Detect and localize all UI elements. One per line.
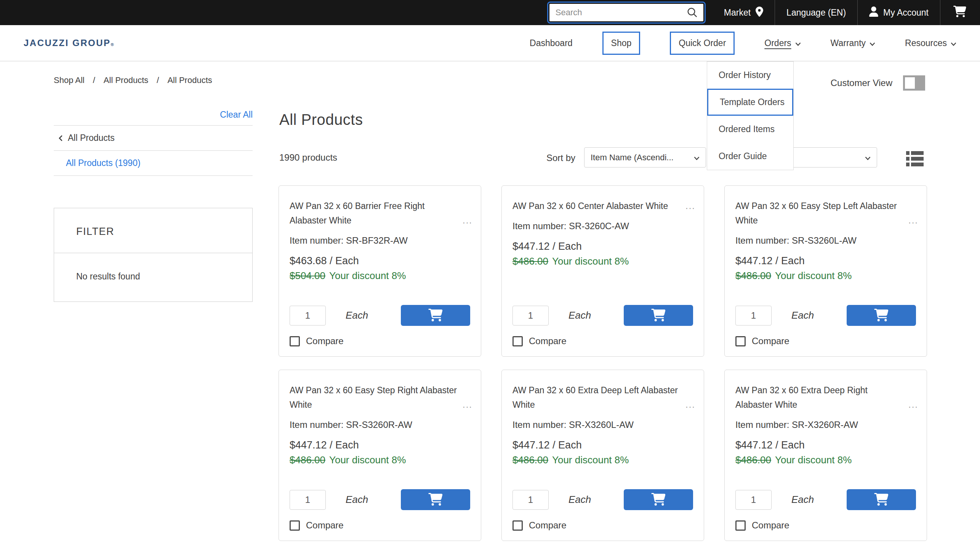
customer-view-toggle[interactable] (903, 75, 925, 91)
quantity-input[interactable] (290, 490, 326, 510)
market-selector[interactable]: Market (713, 0, 775, 25)
filter-panel: FILTER No results found (54, 208, 253, 302)
compare-label[interactable]: Compare (529, 520, 567, 531)
compare-label[interactable]: Compare (529, 336, 567, 346)
orders-menu-item[interactable]: Template Orders (707, 89, 793, 116)
product-title[interactable]: AW Pan 32 x 60 Easy Step Right Alabaster… (290, 383, 470, 412)
list-view-icon[interactable] (906, 151, 925, 168)
quantity-row: Each (512, 305, 693, 326)
chevron-down-icon (870, 38, 875, 48)
nav-warranty[interactable]: Warranty (831, 38, 875, 48)
orders-menu-item[interactable]: Order Guide (707, 143, 793, 170)
sort-select-value: Item Name (Ascendi... (591, 153, 674, 163)
product-card: AW Pan 32 x 60 Center Alabaster White ..… (501, 185, 704, 357)
compare-label[interactable]: Compare (752, 336, 789, 346)
compare-checkbox[interactable] (290, 336, 300, 346)
nav-quick-order[interactable]: Quick Order (670, 32, 735, 55)
compare-label[interactable]: Compare (752, 520, 789, 531)
cart-button[interactable] (940, 0, 975, 25)
cart-icon (874, 493, 889, 507)
sidebar-back-link[interactable]: All Products (54, 126, 253, 151)
quantity-input[interactable] (735, 306, 772, 325)
discount-text: Your discount 8% (552, 255, 629, 267)
logo[interactable]: JACUZZI GROUP® (24, 38, 115, 48)
nav-resources[interactable]: Resources (905, 38, 956, 48)
product-item-number: Item number: SR-S3260L-AW (735, 235, 916, 246)
more-options-icon[interactable]: ... (685, 199, 695, 213)
quantity-row: Each (290, 489, 470, 510)
nav-orders[interactable]: Orders (764, 38, 801, 48)
breadcrumb-link[interactable]: All Products (85, 75, 149, 85)
discount-text: Your discount 8% (775, 270, 852, 281)
add-to-cart-button[interactable] (624, 305, 693, 326)
product-title[interactable]: AW Pan 32 x 60 Barrier Free Right Alabas… (290, 199, 470, 228)
nav-dashboard[interactable]: Dashboard (530, 38, 573, 48)
compare-row: Compare (512, 336, 693, 346)
orders-menu-item[interactable]: Ordered Items (707, 116, 793, 143)
cart-icon (874, 309, 889, 322)
search-icon[interactable] (687, 7, 703, 18)
product-price: $447.12 / Each (512, 241, 693, 252)
product-title[interactable]: AW Pan 32 x 60 Extra Deep Right Alabaste… (735, 383, 916, 412)
quantity-input[interactable] (735, 490, 772, 510)
product-title[interactable]: AW Pan 32 x 60 Easy Step Left Alabaster … (735, 199, 916, 228)
chevron-down-icon (694, 153, 700, 163)
compare-label[interactable]: Compare (306, 336, 344, 346)
toggle-knob (905, 77, 915, 89)
breadcrumb-link[interactable]: Shop All (54, 75, 85, 85)
product-price: $463.68 / Each (290, 255, 470, 267)
unit-of-measure: Each (791, 310, 814, 321)
language-label: Language (EN) (786, 8, 846, 18)
more-options-icon[interactable]: ... (463, 397, 472, 412)
search-input[interactable] (549, 8, 687, 18)
site-header: JACUZZI GROUP® Dashboard Shop Quick Orde… (0, 25, 980, 61)
more-options-icon[interactable]: ... (908, 397, 918, 412)
discount-text: Your discount 8% (775, 454, 852, 466)
product-title[interactable]: AW Pan 32 x 60 Center Alabaster White ..… (512, 199, 693, 213)
product-title[interactable]: AW Pan 32 x 60 Extra Deep Left Alabaster… (512, 383, 693, 412)
quantity-row: Each (290, 305, 470, 326)
nav-shop[interactable]: Shop (602, 32, 641, 55)
compare-checkbox[interactable] (512, 520, 523, 531)
quantity-input[interactable] (512, 490, 549, 510)
product-old-price: $504.00 (290, 270, 325, 281)
quantity-input[interactable] (512, 306, 549, 325)
product-discount: $486.00Your discount 8% (735, 454, 916, 466)
quantity-row: Each (735, 489, 916, 510)
breadcrumb-link[interactable]: All Products (148, 75, 212, 85)
product-old-price: $486.00 (735, 270, 771, 281)
add-to-cart-button[interactable] (401, 305, 470, 326)
cart-icon (428, 493, 443, 507)
compare-checkbox[interactable] (735, 520, 746, 531)
customer-view-control: Customer View (831, 75, 925, 91)
orders-menu-item-label: Template Orders (720, 97, 785, 107)
unit-of-measure: Each (346, 310, 368, 321)
more-options-icon[interactable]: ... (685, 397, 695, 412)
more-options-icon[interactable]: ... (908, 213, 918, 228)
quantity-row: Each (512, 489, 693, 510)
chevron-down-icon (865, 153, 871, 163)
more-options-icon[interactable]: ... (463, 213, 472, 228)
add-to-cart-button[interactable] (847, 489, 916, 510)
compare-label[interactable]: Compare (306, 520, 344, 531)
language-selector[interactable]: Language (EN) (775, 0, 857, 25)
orders-menu-item[interactable]: Order History (707, 62, 793, 89)
compare-checkbox[interactable] (512, 336, 523, 346)
add-to-cart-button[interactable] (847, 305, 916, 326)
product-discount: $486.00Your discount 8% (512, 255, 693, 267)
product-discount: $486.00Your discount 8% (735, 270, 916, 282)
product-item-number: Item number: SR-X3260R-AW (735, 420, 916, 430)
search-box[interactable] (549, 4, 703, 21)
compare-checkbox[interactable] (735, 336, 746, 346)
add-to-cart-button[interactable] (401, 489, 470, 510)
product-price: $447.12 / Each (735, 439, 916, 451)
clear-all-link[interactable]: Clear All (220, 110, 253, 120)
quantity-input[interactable] (290, 306, 326, 325)
registered-mark: ® (111, 42, 115, 47)
sidebar-category-link[interactable]: All Products (1990) (54, 151, 253, 176)
my-account-menu[interactable]: My Account (857, 0, 940, 25)
sort-select[interactable]: Item Name (Ascendi... (584, 147, 706, 168)
product-discount: $504.00Your discount 8% (290, 270, 470, 282)
compare-checkbox[interactable] (290, 520, 300, 531)
add-to-cart-button[interactable] (624, 489, 693, 510)
